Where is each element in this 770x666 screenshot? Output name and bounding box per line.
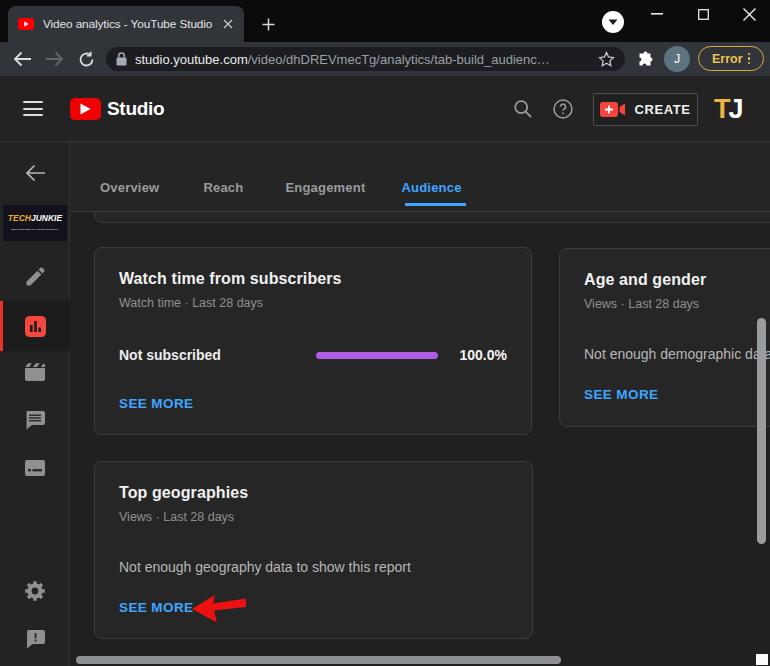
url-host: studio.youtube.com (135, 52, 248, 67)
youtube-play-icon (70, 98, 101, 120)
channel-video-thumbnail[interactable]: TECHJUNKIE BEST DOCUMENTARY MOVIES ON NE… (3, 205, 67, 241)
thumbnail-title-junkie: JUNKIE (31, 213, 62, 223)
bar-row-value: 100.0% (460, 347, 507, 363)
tab-reach[interactable]: Reach (203, 180, 243, 195)
window-maximize-button[interactable] (680, 0, 726, 28)
tab-engagement[interactable]: Engagement (285, 180, 365, 195)
browser-tab[interactable]: Video analytics - YouTube Studio (8, 6, 244, 42)
card-subtitle: Views · Last 28 days (584, 297, 699, 311)
card-watch-time-from-subscribers: Watch time from subscribers Watch time ·… (94, 247, 532, 435)
browser-profile-avatar[interactable]: J (664, 46, 690, 72)
sidebar-item-feedback[interactable] (0, 615, 70, 663)
url-path: /video/dhDREVmecTg/analytics/tab-build_a… (248, 52, 550, 67)
search-icon[interactable] (513, 99, 533, 119)
sidebar-item-subtitles[interactable] (0, 444, 70, 492)
card-subtitle: Watch time · Last 28 days (119, 296, 263, 310)
see-more-link[interactable]: SEE MORE (119, 396, 193, 411)
create-label: CREATE (634, 102, 690, 117)
help-icon[interactable] (553, 99, 573, 119)
bookmark-star-icon[interactable] (598, 51, 615, 68)
sidebar-item-comments[interactable] (0, 396, 70, 444)
url-text: studio.youtube.com/video/dhDREVmecTg/ana… (135, 52, 598, 67)
kebab-menu-icon (748, 53, 751, 65)
film-clapper-icon (25, 363, 45, 381)
tab-overview[interactable]: Overview (100, 180, 159, 195)
channel-avatar[interactable]: TJ (714, 94, 754, 124)
annotation-arrow-icon (192, 594, 247, 624)
analytics-tabs: Overview Reach Engagement Audience (100, 180, 462, 195)
bar-fill (316, 352, 438, 359)
feedback-icon (26, 630, 45, 649)
analytics-icon (25, 316, 46, 337)
window-close-button[interactable] (726, 0, 770, 28)
create-video-icon (600, 101, 625, 118)
comment-icon (25, 411, 45, 430)
card-title: Top geographies (119, 484, 248, 502)
tab-title: Video analytics - YouTube Studio (43, 17, 219, 31)
tab-audience[interactable]: Audience (401, 180, 461, 195)
bar-track (316, 352, 438, 359)
browser-window: Video analytics - YouTube Studio (0, 0, 770, 666)
extensions-icon[interactable] (632, 46, 658, 72)
tab-search-button[interactable] (602, 11, 624, 33)
analytics-tabbar: Overview Reach Engagement Audience (70, 142, 770, 212)
sidebar-item-settings[interactable] (0, 567, 70, 615)
active-tab-underline (405, 203, 466, 206)
window-titlebar: Video analytics - YouTube Studio (0, 0, 770, 42)
card-title: Watch time from subscribers (119, 270, 342, 288)
pencil-icon (26, 267, 45, 286)
gear-icon (25, 581, 45, 601)
address-bar[interactable]: studio.youtube.com/video/dhDREVmecTg/ana… (106, 47, 625, 71)
sidebar-item-analytics[interactable] (0, 301, 70, 351)
vertical-scrollbar-thumb[interactable] (757, 318, 766, 544)
card-age-and-gender: Age and gender Views · Last 28 days Not … (559, 248, 770, 427)
bar-row-label: Not subscribed (119, 347, 221, 363)
window-minimize-button[interactable] (634, 0, 680, 28)
subtitles-icon (25, 460, 45, 476)
see-more-link[interactable]: SEE MORE (119, 600, 193, 615)
card-empty-message: Not enough geography data to show this r… (119, 559, 411, 575)
lock-icon (116, 52, 127, 66)
thumbnail-title: TECHJUNKIE (3, 214, 67, 222)
avatar-letter-j: J (729, 94, 744, 124)
browser-menu-error-button[interactable]: Error (698, 46, 764, 71)
thumbnail-title-tech: TECH (8, 213, 31, 223)
see-more-link[interactable]: SEE MORE (584, 387, 658, 402)
card-title: Age and gender (584, 271, 706, 289)
horizontal-scrollbar-thumb[interactable] (76, 656, 561, 664)
thumbnail-caption: BEST DOCUMENTARY MOVIES ON NETFLIX (12, 228, 59, 230)
sidebar-item-editor[interactable] (0, 348, 70, 396)
back-button[interactable] (9, 46, 35, 72)
sidebar-item-details[interactable] (0, 252, 70, 300)
back-arrow-icon (25, 164, 46, 182)
create-button[interactable]: CREATE (593, 93, 698, 126)
studio-logo-text: Studio (107, 98, 164, 120)
error-label: Error (712, 52, 743, 66)
card-subtitle: Views · Last 28 days (119, 510, 234, 524)
card-empty-message: Not enough demographic data to show this… (584, 346, 770, 362)
tab-close-icon[interactable] (219, 16, 236, 33)
new-tab-button[interactable] (256, 12, 280, 36)
card-top-geographies: Top geographies Views · Last 28 days Not… (94, 461, 533, 639)
forward-button[interactable] (41, 46, 67, 72)
youtube-favicon (18, 18, 34, 30)
sidebar-back-button[interactable] (0, 149, 70, 197)
menu-hamburger-icon[interactable] (23, 101, 43, 116)
scrollbar-corner (756, 654, 768, 665)
studio-logo[interactable]: Studio (70, 98, 164, 120)
active-indicator (0, 301, 3, 351)
reload-button[interactable] (73, 46, 99, 72)
